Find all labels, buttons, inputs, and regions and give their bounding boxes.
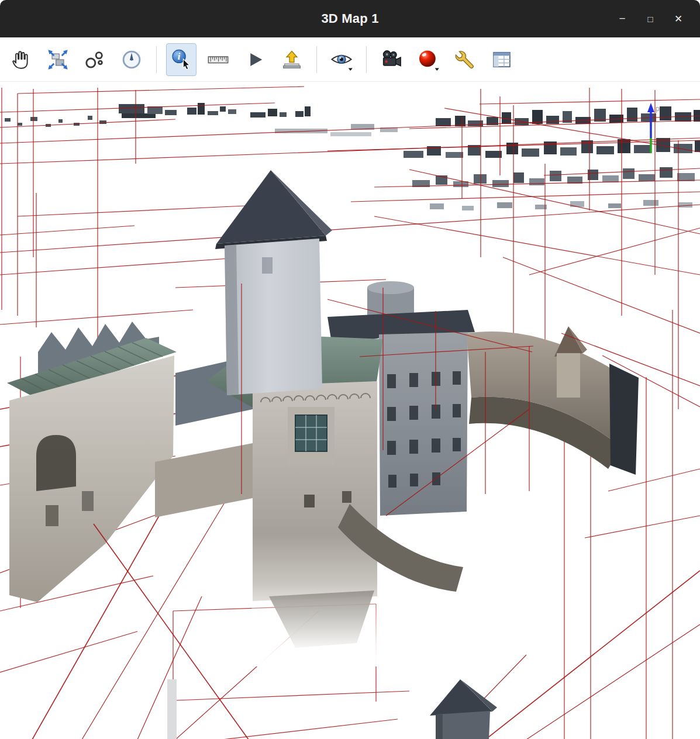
pan-hand-icon: [9, 48, 33, 71]
map-3d-viewport[interactable]: p: [0, 82, 700, 739]
identify-tool-button[interactable]: i: [166, 43, 196, 76]
compass-icon: [120, 48, 143, 71]
measure-ruler-icon: [206, 48, 230, 71]
zoom-full-tool-button[interactable]: [43, 43, 73, 76]
distant-city-buildings: [5, 103, 700, 210]
scene-canvas: p: [0, 82, 700, 739]
axis-label: p: [656, 105, 660, 113]
close-button[interactable]: ✕: [668, 9, 688, 29]
camera-tool-button[interactable]: [376, 43, 406, 76]
map-toolbar: i: [0, 37, 700, 82]
effects-tool-button[interactable]: [413, 43, 443, 76]
zoom-tool-button[interactable]: [80, 43, 110, 76]
dropdown-arrow-icon: [349, 68, 353, 70]
toolbar-separator: [366, 46, 367, 73]
movie-camera-icon: [380, 48, 403, 71]
measure-tool-button[interactable]: [203, 43, 233, 76]
window-title: 3D Map 1: [0, 11, 700, 26]
identify-info-cursor-icon: i: [170, 48, 193, 71]
wrench-icon: [453, 48, 477, 71]
play-icon: [243, 48, 267, 71]
maximize-button[interactable]: □: [640, 9, 660, 29]
play-tool-button[interactable]: [240, 43, 270, 76]
compass-tool-button[interactable]: [116, 43, 147, 76]
toolbar-separator: [156, 46, 157, 73]
app-window: 3D Map 1 − □ ✕: [0, 0, 700, 739]
eye-icon: [330, 48, 353, 71]
export-upload-icon: [280, 48, 304, 71]
window-controls: − □ ✕: [612, 9, 700, 29]
configure-tool-button[interactable]: [450, 43, 480, 76]
zoom-circles-icon: [83, 48, 106, 71]
dropdown-arrow-icon: [435, 68, 439, 70]
minimize-button[interactable]: −: [612, 9, 632, 29]
zoom-full-extent-icon: [46, 48, 70, 71]
report-tool-button[interactable]: [487, 43, 517, 76]
window-titlebar[interactable]: 3D Map 1 − □ ✕: [0, 0, 700, 37]
visibility-tool-button[interactable]: [326, 43, 357, 76]
castle-3d-model: [7, 170, 639, 739]
red-sphere-icon: [416, 48, 440, 71]
export-tool-button[interactable]: [277, 43, 307, 76]
pan-tool-button[interactable]: [6, 43, 36, 76]
svg-text:i: i: [178, 51, 181, 62]
report-icon: [490, 48, 513, 71]
toolbar-separator: [316, 46, 317, 73]
